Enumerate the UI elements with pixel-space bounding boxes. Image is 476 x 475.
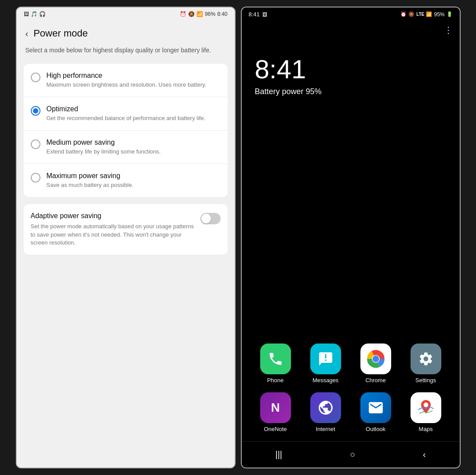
app-onenote[interactable]: N OneNote xyxy=(256,392,295,432)
home-button[interactable]: ○ xyxy=(341,448,364,461)
phone-icon xyxy=(260,343,291,374)
app-phone[interactable]: Phone xyxy=(256,343,295,384)
status-right-icons: ⏰ 🔕 LTE 📶 95% 🔋 xyxy=(400,11,452,18)
spotify-icon: 🎧 xyxy=(39,11,46,17)
adaptive-text: Adaptive power saving Set the power mode… xyxy=(31,212,195,247)
status-left-icons: 🖼 🎵 🎧 xyxy=(24,11,46,17)
status-bar-right: 8:41 🖼 ⏰ 🔕 LTE 📶 95% 🔋 xyxy=(242,7,460,21)
option-name-3: Maximum power saving xyxy=(47,172,221,180)
status-bar-left: 🖼 🎵 🎧 ⏰ 🔕 📶 96% 8:40 xyxy=(17,7,235,21)
svg-point-4 xyxy=(423,402,428,407)
adaptive-desc: Set the power mode automatically based o… xyxy=(31,223,195,247)
nav-bar: ||| ○ ‹ xyxy=(242,441,460,468)
app-row-2: N OneNote Internet xyxy=(242,388,460,437)
mute-icon: 🔕 xyxy=(188,11,195,17)
option-optimized[interactable]: Optimized Get the recommended balance of… xyxy=(24,97,228,131)
lock-time: 8:41 xyxy=(255,56,447,83)
app-row-1: Phone Messages xyxy=(242,339,460,388)
app-grid-container: Phone Messages xyxy=(242,105,460,441)
app-settings[interactable]: Settings xyxy=(406,343,446,384)
signal-icon: 📶 xyxy=(426,11,432,17)
left-phone: 🖼 🎵 🎧 ⏰ 🔕 📶 96% 8:40 ‹ Power mode Select… xyxy=(16,7,236,468)
page-title: Power mode xyxy=(33,28,88,39)
option-text-medium: Medium power saving Extend battery life … xyxy=(47,139,221,156)
option-medium-power[interactable]: Medium power saving Extend battery life … xyxy=(24,131,228,164)
right-phone: 8:41 🖼 ⏰ 🔕 LTE 📶 95% 🔋 ⋮ 8:41 Battery po… xyxy=(241,7,461,468)
alarm-icon: ⏰ xyxy=(180,11,186,17)
radio-inner-optimized xyxy=(33,108,38,113)
option-desc-2: Extend battery life by limiting some fun… xyxy=(47,148,221,156)
chrome-icon xyxy=(360,343,391,374)
option-desc-0: Maximum screen brightness and resolution… xyxy=(47,81,221,89)
screen-content-left: ‹ Power mode Select a mode below for hig… xyxy=(17,21,235,468)
option-text-optimized: Optimized Get the recommended balance of… xyxy=(47,105,221,122)
outlook-label: Outlook xyxy=(366,426,385,432)
toggle-knob xyxy=(201,214,211,223)
recent-apps-button[interactable]: ||| xyxy=(266,448,291,461)
power-options-card: High performance Maximum screen brightne… xyxy=(24,64,228,197)
radio-optimized[interactable] xyxy=(31,106,40,116)
app-outlook[interactable]: Outlook xyxy=(356,392,396,432)
right-time: 8:41 xyxy=(249,11,260,18)
internet-icon xyxy=(310,392,341,423)
mute-right-icon: 🔕 xyxy=(408,11,414,17)
music-icon: 🎵 xyxy=(31,11,37,17)
svg-point-2 xyxy=(372,356,379,362)
onenote-icon: N xyxy=(260,392,291,423)
radio-medium-power[interactable] xyxy=(31,139,40,149)
page-description: Select a mode below for highest display … xyxy=(17,43,235,64)
option-name-0: High performance xyxy=(47,72,221,80)
option-desc-3: Save as much battery as possible. xyxy=(47,181,221,189)
option-name-1: Optimized xyxy=(47,105,221,113)
page-header: ‹ Power mode xyxy=(17,21,235,43)
app-maps[interactable]: Maps xyxy=(406,392,446,432)
app-internet[interactable]: Internet xyxy=(306,392,345,432)
adaptive-power-card: Adaptive power saving Set the power mode… xyxy=(24,204,228,255)
battery-right: 95% xyxy=(434,11,444,18)
internet-label: Internet xyxy=(316,426,335,432)
right-top-bar: ⋮ xyxy=(242,21,460,39)
lock-info: 8:41 Battery power 95% xyxy=(242,39,460,105)
screen-content-right: ⋮ 8:41 Battery power 95% Phone xyxy=(242,21,460,468)
option-text-high-performance: High performance Maximum screen brightne… xyxy=(47,72,221,89)
alarm-right-icon: ⏰ xyxy=(400,11,407,17)
lte-icon: LTE xyxy=(416,12,424,17)
option-desc-1: Get the recommended balance of performan… xyxy=(47,114,221,122)
messages-icon xyxy=(310,343,341,374)
app-messages[interactable]: Messages xyxy=(306,343,345,384)
app-chrome[interactable]: Chrome xyxy=(356,343,396,384)
messages-label: Messages xyxy=(312,377,338,384)
time-right: 8:41 🖼 xyxy=(249,11,267,18)
settings-label: Settings xyxy=(415,377,436,384)
time-left: 8:40 xyxy=(217,11,227,17)
option-maximum-power[interactable]: Maximum power saving Save as much batter… xyxy=(24,164,228,197)
maps-icon xyxy=(411,392,441,423)
back-button-right[interactable]: ‹ xyxy=(414,448,435,461)
lock-battery: Battery power 95% xyxy=(255,87,447,96)
radio-high-performance[interactable] xyxy=(31,73,40,82)
option-high-performance[interactable]: High performance Maximum screen brightne… xyxy=(24,64,228,97)
adaptive-toggle[interactable] xyxy=(200,213,221,224)
battery-icon-right: 🔋 xyxy=(447,11,453,17)
back-button[interactable]: ‹ xyxy=(25,29,29,39)
onenote-label: OneNote xyxy=(264,426,287,432)
option-name-2: Medium power saving xyxy=(47,139,221,146)
onenote-letter: N xyxy=(271,401,280,415)
battery-pct: 96% xyxy=(205,11,215,17)
gallery-icon: 🖼 xyxy=(262,12,267,17)
outlook-icon xyxy=(360,392,391,423)
wifi-icon: 📶 xyxy=(196,11,203,17)
maps-label: Maps xyxy=(419,426,433,432)
adaptive-title: Adaptive power saving xyxy=(31,212,195,220)
option-text-max: Maximum power saving Save as much batter… xyxy=(47,172,221,189)
phone-label: Phone xyxy=(267,377,284,384)
radio-maximum-power[interactable] xyxy=(31,173,40,183)
image-icon: 🖼 xyxy=(24,11,29,17)
chrome-label: Chrome xyxy=(365,377,385,384)
status-right-info: ⏰ 🔕 📶 96% 8:40 xyxy=(180,11,227,17)
settings-icon xyxy=(411,343,441,374)
menu-button[interactable]: ⋮ xyxy=(444,25,453,35)
